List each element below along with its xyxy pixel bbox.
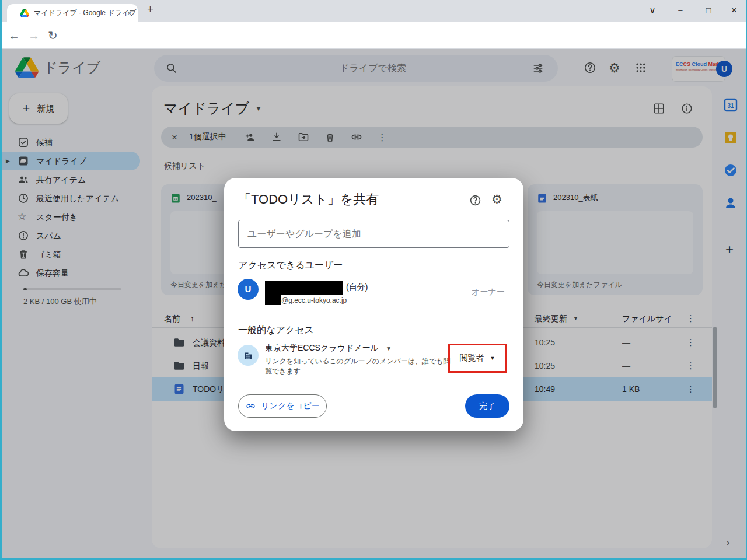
owner-email: @g.ecc.u-tokyo.ac.jp — [281, 296, 347, 304]
group-access-description: リンクを知っているこのグループのメンバーは、誰でも閲覧できます — [265, 356, 454, 376]
dialog-title: 「TODOリスト」を共有 — [238, 191, 379, 208]
forward-icon[interactable]: → — [28, 27, 40, 44]
general-access-section: 一般的なアクセス — [238, 324, 314, 337]
browser-tab[interactable]: マイドライブ - Google ドライブ × — [7, 4, 138, 22]
people-with-access-section: アクセスできるユーザー — [238, 260, 343, 272]
role-annotation-box: 閲覧者 ▼ — [448, 344, 507, 373]
role-dropdown[interactable]: 閲覧者 — [460, 353, 484, 363]
owner-avatar: U — [238, 279, 259, 300]
reload-icon[interactable]: ↻ — [48, 27, 58, 44]
capture-frame-bottom — [0, 558, 747, 560]
capture-frame-left — [0, 0, 2, 560]
new-tab-icon[interactable]: + — [147, 3, 153, 16]
tab-search-chevron-icon[interactable]: ∨ — [645, 4, 659, 18]
role-caret-icon: ▼ — [490, 355, 495, 361]
owner-role-label: オーナー — [472, 287, 505, 298]
browser-tab-bar: マイドライブ - Google ドライブ × + ∨ − □ × — [0, 0, 747, 22]
tab-close-icon[interactable]: × — [127, 4, 132, 22]
window-maximize-icon[interactable]: □ — [701, 4, 715, 18]
dialog-help-icon[interactable] — [469, 194, 481, 206]
share-dialog: 「TODOリスト」を共有 ⚙ アクセスできるユーザー U (自分) @g.ecc… — [224, 178, 523, 431]
building-icon — [243, 351, 253, 360]
group-scope-dropdown[interactable]: 東京大学ECCSクラウドメール ▼ — [265, 343, 392, 354]
redaction-block — [265, 281, 343, 295]
owner-self-label: (自分) — [346, 282, 368, 293]
drive-favicon-icon — [20, 9, 29, 18]
tab-title: マイドライブ - Google ドライブ — [34, 4, 137, 22]
window-close-icon[interactable]: × — [727, 4, 741, 18]
group-caret-icon: ▼ — [386, 345, 392, 352]
add-people-input[interactable] — [238, 220, 509, 248]
redaction-block — [265, 295, 281, 305]
copy-link-button[interactable]: リンクをコピー — [238, 394, 327, 418]
done-button[interactable]: 完了 — [465, 394, 509, 418]
owner-name-line: (自分) — [265, 281, 368, 295]
group-name: 東京大学ECCSクラウドメール — [265, 343, 379, 354]
link-icon — [246, 401, 256, 411]
window-minimize-icon[interactable]: − — [673, 4, 687, 18]
owner-email-line: @g.ecc.u-tokyo.ac.jp — [265, 295, 347, 305]
dialog-settings-gear-icon[interactable]: ⚙ — [491, 192, 502, 206]
copy-link-label: リンクをコピー — [261, 401, 320, 411]
back-icon[interactable]: ← — [8, 27, 20, 44]
browser-toolbar: ← → ↻ drive.google.com/drive/my-drive ☆ … — [0, 22, 747, 49]
group-avatar — [238, 345, 259, 366]
done-label: 完了 — [479, 401, 495, 411]
